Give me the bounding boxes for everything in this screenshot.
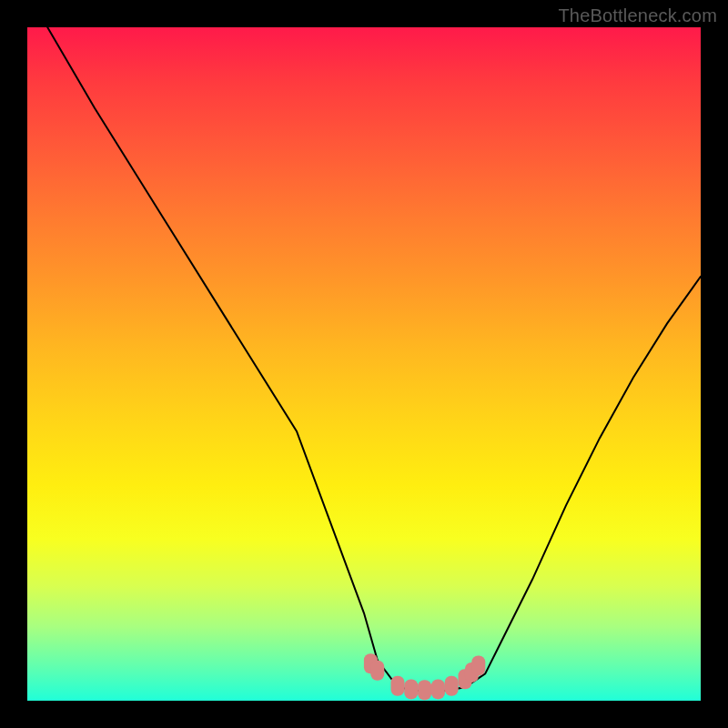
optimum-marker bbox=[404, 679, 418, 699]
optimum-marker bbox=[445, 676, 459, 696]
curve-line bbox=[47, 27, 701, 691]
chart-svg bbox=[27, 27, 701, 701]
optimum-marker bbox=[471, 656, 485, 676]
optimum-marker bbox=[391, 676, 405, 696]
optimum-markers bbox=[364, 653, 485, 700]
optimum-marker bbox=[418, 680, 431, 700]
optimum-marker bbox=[431, 679, 445, 699]
chart-plot-area bbox=[27, 27, 701, 701]
optimum-marker bbox=[370, 661, 384, 681]
watermark-text: TheBottleneck.com bbox=[558, 5, 717, 26]
